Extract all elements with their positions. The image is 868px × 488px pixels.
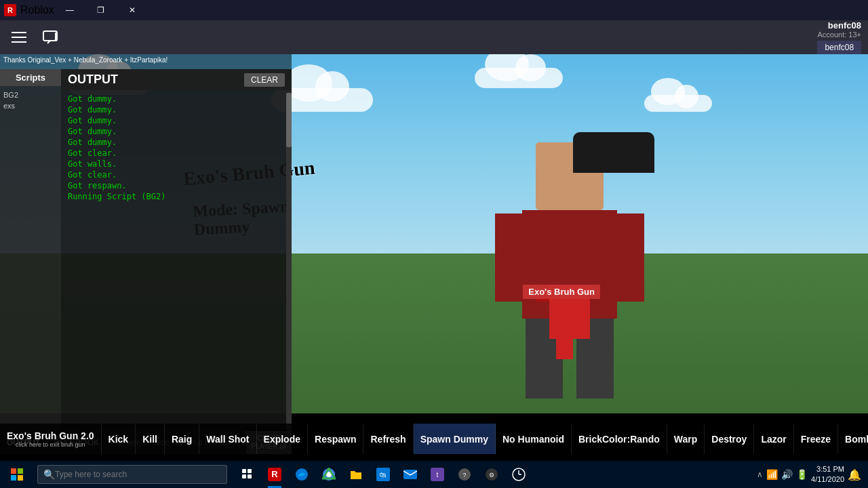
tray-icon-network: 📶 (766, 469, 778, 480)
action-bar: Exo's Bruh Gun 2.0click here to exit bru… (0, 424, 868, 454)
svg-text:R: R (7, 6, 13, 14)
username-display: benfc08 (817, 20, 861, 30)
chat-button[interactable] (38, 25, 62, 49)
tray-icon-1: ∧ (757, 470, 763, 479)
gun-floating-label: Exo's Bruh Gun (523, 285, 600, 299)
action-bar-item-refresh[interactable]: Refresh (363, 424, 413, 454)
output-line: Got clear. (68, 169, 285, 180)
scripts-panel: Scripts BG2exs (0, 69, 61, 449)
output-header: OUTPUT CLEAR (61, 69, 292, 90)
action-bar-item-bomb[interactable]: Bomb (838, 424, 868, 454)
window-controls: — ❐ ✕ (54, 0, 148, 20)
output-panel-title: OUTPUT (68, 73, 118, 87)
svg-text:🛍: 🛍 (380, 471, 387, 479)
taskbar-app-clock[interactable] (505, 461, 532, 488)
gun-handle (556, 325, 573, 359)
svg-rect-4 (18, 468, 23, 474)
char-left-arm (495, 214, 522, 302)
svg-rect-7 (242, 469, 246, 473)
output-scrollbar-thumb (286, 93, 292, 147)
script-list: BG2exs (0, 86, 61, 115)
output-scrollbar[interactable] (286, 93, 292, 432)
taskbar-app-edge[interactable] (288, 461, 315, 488)
menu-bar: benfc08 Account: 13+ benfc08 (0, 20, 868, 54)
roblox-logo: R (0, 0, 20, 20)
start-button[interactable] (0, 461, 34, 488)
svg-text:R: R (271, 469, 278, 479)
char-head (536, 142, 604, 210)
action-bar-item-brickcolor:rando[interactable]: BrickColor:Rando (572, 424, 667, 454)
taskbar-search-input[interactable] (55, 470, 221, 479)
hamburger-line (12, 37, 26, 38)
svg-rect-10 (248, 474, 252, 479)
taskbar-app-chrome[interactable] (315, 461, 342, 488)
action-bar-item-explode[interactable]: Explode (257, 424, 308, 454)
output-line: Got dummy. (68, 137, 285, 148)
svg-text:t: t (437, 471, 439, 479)
notification-button[interactable]: 🔔 (848, 468, 861, 481)
char-right-arm (617, 214, 644, 302)
taskbar-app-store[interactable]: 🛍 (370, 461, 397, 488)
action-bar-item-lazor[interactable]: Lazor (754, 424, 793, 454)
credits-bar: Thanks Original_Vex + Nebula_Zoroark + I… (0, 54, 292, 69)
cloud (475, 68, 563, 88)
svg-text:⚙: ⚙ (489, 472, 494, 479)
taskbar-app-file-explorer[interactable] (342, 461, 370, 488)
output-line: Got dummy. (68, 126, 285, 137)
hamburger-menu-button[interactable] (7, 25, 31, 49)
search-icon: 🔍 (43, 469, 55, 480)
svg-rect-18 (403, 470, 417, 479)
hamburger-line (12, 41, 26, 43)
taskbar-search-bar[interactable]: 🔍 (37, 465, 227, 484)
svg-rect-5 (11, 475, 16, 481)
output-line: Got walls. (68, 159, 285, 169)
action-bar-item-spawn-dummy[interactable]: Spawn Dummy (414, 424, 496, 454)
char-hair (573, 132, 654, 173)
svg-rect-9 (242, 474, 246, 479)
script-item[interactable]: exs (3, 100, 58, 111)
minimize-button[interactable]: — (54, 0, 85, 20)
system-clock[interactable]: 3:51 PM 4/11/2020 (811, 464, 844, 485)
tray-icon-volume: 🔊 (781, 469, 793, 480)
svg-rect-8 (248, 469, 252, 473)
taskbar-app-mail[interactable] (397, 461, 424, 488)
account-type-label: Account: 13+ (817, 30, 861, 39)
output-line: Got clear. (68, 148, 285, 159)
action-bar-item-respawn[interactable]: Respawn (308, 424, 363, 454)
action-bar-item-no-humanoid[interactable]: No Humanoid (496, 424, 572, 454)
action-bar-item-kill[interactable]: Kill (136, 424, 165, 454)
window-title: Roblox (20, 4, 54, 16)
taskbar-app-roblox[interactable]: R (261, 461, 288, 488)
output-line: Got dummy. (68, 94, 285, 104)
action-bar-item-freeze[interactable]: Freeze (794, 424, 838, 454)
output-line: Running Script (BG2) (68, 191, 285, 202)
output-content: Got dummy.Got dummy.Got dummy.Got dummy.… (61, 90, 292, 205)
action-bar-item-raig[interactable]: Raig (165, 424, 199, 454)
hamburger-line (12, 32, 26, 33)
script-item[interactable]: BG2 (3, 89, 58, 100)
taskbar-app-unknown2[interactable]: ⚙ (478, 461, 505, 488)
system-tray: ∧ 📶 🔊 🔋 3:51 PM 4/11/2020 🔔 (750, 464, 868, 485)
game-viewport: Exo's Bruh Gun Exo's Bruh Gun Mode: Spaw… (0, 54, 868, 454)
output-panel: OUTPUT CLEAR Got dummy.Got dummy.Got dum… (61, 69, 292, 449)
cloud (644, 95, 712, 112)
taskbar-app-unknown1[interactable]: ? (451, 461, 478, 488)
user-info: benfc08 Account: 13+ benfc08 (817, 20, 861, 54)
action-bar-item-warp[interactable]: Warp (667, 424, 705, 454)
output-line: Got respawn. (68, 180, 285, 191)
action-bar-item-exo's-bruh-gun-2.0[interactable]: Exo's Bruh Gun 2.0click here to exit bru… (0, 424, 102, 454)
output-line: Got dummy. (68, 104, 285, 115)
taskbar-app-twitch[interactable]: t (424, 461, 451, 488)
action-bar-item-kick[interactable]: Kick (102, 424, 136, 454)
svg-rect-3 (11, 468, 16, 474)
user-badge: benfc08 (817, 41, 861, 54)
title-bar: R Roblox — ❐ ✕ (0, 0, 868, 20)
action-bar-item-wall-shot[interactable]: Wall Shot (199, 424, 256, 454)
clear-output-button[interactable]: CLEAR (244, 73, 285, 87)
action-bar-item-destroy[interactable]: Destroy (705, 424, 754, 454)
gun-model (536, 285, 604, 380)
maximize-button[interactable]: ❐ (85, 0, 117, 20)
close-button[interactable]: ✕ (117, 0, 148, 20)
output-line: Got dummy. (68, 115, 285, 126)
taskbar-app-task-view[interactable] (234, 461, 261, 488)
